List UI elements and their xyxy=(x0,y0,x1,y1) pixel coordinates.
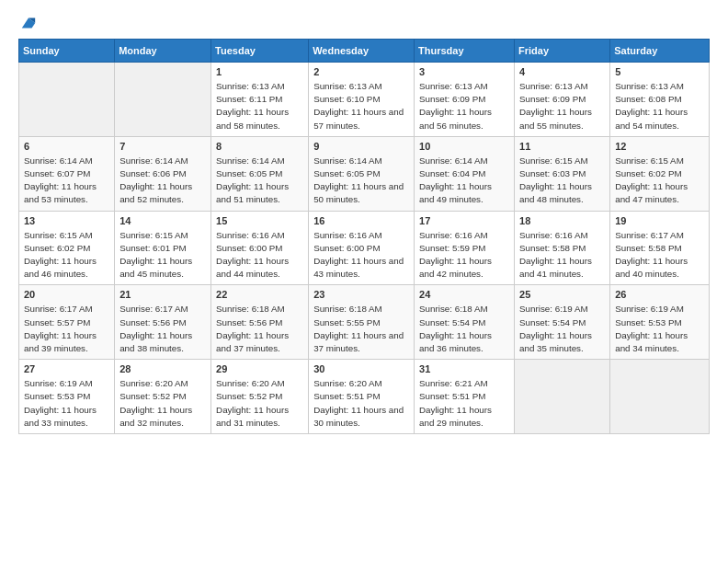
cell-details: Sunrise: 6:18 AMSunset: 5:54 PMDaylight:… xyxy=(419,303,509,355)
calendar-cell: 29Sunrise: 6:20 AMSunset: 5:52 PMDayligh… xyxy=(211,360,309,434)
cell-details: Sunrise: 6:20 AMSunset: 5:52 PMDaylight:… xyxy=(119,377,206,430)
week-row-2: 6Sunrise: 6:14 AMSunset: 6:07 PMDaylight… xyxy=(19,136,710,211)
calendar-cell: 24Sunrise: 6:18 AMSunset: 5:54 PMDayligh… xyxy=(415,285,515,360)
cell-details: Sunrise: 6:13 AMSunset: 6:09 PMDaylight:… xyxy=(419,80,509,132)
cell-details: Sunrise: 6:17 AMSunset: 5:57 PMDaylight:… xyxy=(24,303,109,355)
calendar-cell: 2Sunrise: 6:13 AMSunset: 6:10 PMDaylight… xyxy=(309,63,415,137)
cell-details: Sunrise: 6:14 AMSunset: 6:05 PMDaylight:… xyxy=(216,155,303,207)
calendar-cell: 10Sunrise: 6:14 AMSunset: 6:04 PMDayligh… xyxy=(415,136,515,211)
cell-details: Sunrise: 6:19 AMSunset: 5:53 PMDaylight:… xyxy=(615,303,704,355)
week-row-5: 27Sunrise: 6:19 AMSunset: 5:53 PMDayligh… xyxy=(19,360,710,434)
day-number: 27 xyxy=(24,363,109,374)
calendar-cell: 14Sunrise: 6:15 AMSunset: 6:01 PMDayligh… xyxy=(115,211,211,285)
calendar-cell: 25Sunrise: 6:19 AMSunset: 5:54 PMDayligh… xyxy=(515,285,610,360)
day-number: 21 xyxy=(119,289,206,300)
cell-details: Sunrise: 6:19 AMSunset: 5:54 PMDaylight:… xyxy=(519,303,605,355)
day-number: 13 xyxy=(24,215,109,226)
cell-details: Sunrise: 6:20 AMSunset: 5:51 PMDaylight:… xyxy=(313,377,409,430)
day-number: 3 xyxy=(419,66,509,77)
calendar-cell: 22Sunrise: 6:18 AMSunset: 5:56 PMDayligh… xyxy=(211,285,309,360)
day-number: 10 xyxy=(419,141,509,152)
calendar-cell: 3Sunrise: 6:13 AMSunset: 6:09 PMDaylight… xyxy=(415,63,515,137)
day-header-friday: Friday xyxy=(515,40,610,63)
day-number: 14 xyxy=(119,215,206,226)
day-number: 23 xyxy=(313,289,409,300)
calendar-cell: 16Sunrise: 6:16 AMSunset: 6:00 PMDayligh… xyxy=(309,211,415,285)
day-number: 22 xyxy=(216,289,303,300)
day-number: 5 xyxy=(615,66,704,77)
day-number: 7 xyxy=(119,141,206,152)
day-number: 2 xyxy=(313,66,409,77)
calendar-cell: 17Sunrise: 6:16 AMSunset: 5:59 PMDayligh… xyxy=(415,211,515,285)
cell-details: Sunrise: 6:16 AMSunset: 6:00 PMDaylight:… xyxy=(216,229,303,282)
cell-details: Sunrise: 6:14 AMSunset: 6:04 PMDaylight:… xyxy=(419,155,509,207)
header-row: SundayMondayTuesdayWednesdayThursdayFrid… xyxy=(19,40,710,63)
calendar-cell: 9Sunrise: 6:14 AMSunset: 6:05 PMDaylight… xyxy=(309,136,415,211)
day-number: 9 xyxy=(313,141,409,152)
cell-details: Sunrise: 6:15 AMSunset: 6:02 PMDaylight:… xyxy=(615,155,704,207)
cell-details: Sunrise: 6:16 AMSunset: 5:59 PMDaylight:… xyxy=(419,229,509,282)
day-number: 1 xyxy=(216,66,303,77)
week-row-4: 20Sunrise: 6:17 AMSunset: 5:57 PMDayligh… xyxy=(19,285,710,360)
day-number: 24 xyxy=(419,289,509,300)
cell-details: Sunrise: 6:16 AMSunset: 5:58 PMDaylight:… xyxy=(519,229,605,282)
day-number: 30 xyxy=(313,363,409,374)
cell-details: Sunrise: 6:15 AMSunset: 6:01 PMDaylight:… xyxy=(119,229,206,282)
day-number: 17 xyxy=(419,215,509,226)
calendar-cell: 18Sunrise: 6:16 AMSunset: 5:58 PMDayligh… xyxy=(515,211,610,285)
calendar-cell: 20Sunrise: 6:17 AMSunset: 5:57 PMDayligh… xyxy=(19,285,115,360)
calendar-cell: 15Sunrise: 6:16 AMSunset: 6:00 PMDayligh… xyxy=(211,211,309,285)
cell-details: Sunrise: 6:13 AMSunset: 6:08 PMDaylight:… xyxy=(615,80,704,132)
day-number: 12 xyxy=(615,141,704,152)
calendar-cell xyxy=(610,360,710,434)
cell-details: Sunrise: 6:17 AMSunset: 5:56 PMDaylight:… xyxy=(119,303,206,355)
calendar-cell: 5Sunrise: 6:13 AMSunset: 6:08 PMDaylight… xyxy=(610,63,710,137)
cell-details: Sunrise: 6:14 AMSunset: 6:06 PMDaylight:… xyxy=(119,155,206,207)
day-number: 4 xyxy=(519,66,605,77)
cell-details: Sunrise: 6:17 AMSunset: 5:58 PMDaylight:… xyxy=(615,229,704,282)
calendar-cell: 4Sunrise: 6:13 AMSunset: 6:09 PMDaylight… xyxy=(515,63,610,137)
calendar-cell: 27Sunrise: 6:19 AMSunset: 5:53 PMDayligh… xyxy=(19,360,115,434)
calendar-cell: 1Sunrise: 6:13 AMSunset: 6:11 PMDaylight… xyxy=(211,63,309,137)
calendar-cell: 30Sunrise: 6:20 AMSunset: 5:51 PMDayligh… xyxy=(309,360,415,434)
day-number: 25 xyxy=(519,289,605,300)
calendar-cell: 8Sunrise: 6:14 AMSunset: 6:05 PMDaylight… xyxy=(211,136,309,211)
calendar-cell: 28Sunrise: 6:20 AMSunset: 5:52 PMDayligh… xyxy=(115,360,211,434)
day-number: 26 xyxy=(615,289,704,300)
cell-details: Sunrise: 6:20 AMSunset: 5:52 PMDaylight:… xyxy=(216,377,303,430)
week-row-3: 13Sunrise: 6:15 AMSunset: 6:02 PMDayligh… xyxy=(19,211,710,285)
cell-details: Sunrise: 6:15 AMSunset: 6:03 PMDaylight:… xyxy=(519,155,605,207)
day-number: 15 xyxy=(216,215,303,226)
day-header-saturday: Saturday xyxy=(610,40,710,63)
calendar-cell: 13Sunrise: 6:15 AMSunset: 6:02 PMDayligh… xyxy=(19,211,115,285)
cell-details: Sunrise: 6:14 AMSunset: 6:07 PMDaylight:… xyxy=(24,155,109,207)
cell-details: Sunrise: 6:14 AMSunset: 6:05 PMDaylight:… xyxy=(313,155,409,207)
day-number: 29 xyxy=(216,363,303,374)
calendar-cell: 11Sunrise: 6:15 AMSunset: 6:03 PMDayligh… xyxy=(515,136,610,211)
logo xyxy=(18,15,37,28)
week-row-1: 1Sunrise: 6:13 AMSunset: 6:11 PMDaylight… xyxy=(19,63,710,137)
day-header-wednesday: Wednesday xyxy=(309,40,415,63)
cell-details: Sunrise: 6:19 AMSunset: 5:53 PMDaylight:… xyxy=(24,377,109,430)
day-number: 28 xyxy=(119,363,206,374)
cell-details: Sunrise: 6:13 AMSunset: 6:09 PMDaylight:… xyxy=(519,80,605,132)
day-number: 6 xyxy=(24,141,109,152)
calendar-cell xyxy=(19,63,115,137)
day-header-tuesday: Tuesday xyxy=(211,40,309,63)
day-number: 8 xyxy=(216,141,303,152)
cell-details: Sunrise: 6:21 AMSunset: 5:51 PMDaylight:… xyxy=(419,377,509,430)
day-number: 19 xyxy=(615,215,704,226)
cell-details: Sunrise: 6:13 AMSunset: 6:10 PMDaylight:… xyxy=(313,80,409,132)
cell-details: Sunrise: 6:18 AMSunset: 5:56 PMDaylight:… xyxy=(216,303,303,355)
logo-icon xyxy=(20,15,37,31)
day-header-monday: Monday xyxy=(115,40,211,63)
calendar-cell: 7Sunrise: 6:14 AMSunset: 6:06 PMDaylight… xyxy=(115,136,211,211)
cell-details: Sunrise: 6:13 AMSunset: 6:11 PMDaylight:… xyxy=(216,80,303,132)
calendar-cell xyxy=(115,63,211,137)
calendar-cell: 31Sunrise: 6:21 AMSunset: 5:51 PMDayligh… xyxy=(415,360,515,434)
calendar-cell xyxy=(515,360,610,434)
calendar-table: SundayMondayTuesdayWednesdayThursdayFrid… xyxy=(18,39,710,434)
cell-details: Sunrise: 6:15 AMSunset: 6:02 PMDaylight:… xyxy=(24,229,109,282)
day-number: 11 xyxy=(519,141,605,152)
day-number: 18 xyxy=(519,215,605,226)
